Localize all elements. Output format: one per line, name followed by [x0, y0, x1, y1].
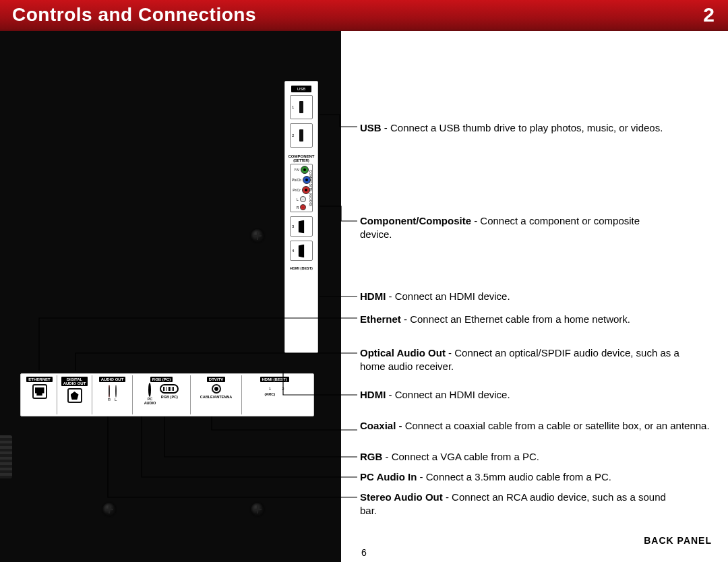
screw-icon — [251, 503, 264, 516]
rca-pb-icon — [303, 176, 311, 184]
audio-out-cell: AUDIO OUT R L — [92, 375, 133, 414]
page-number: 6 — [0, 547, 728, 558]
desc-usb: USB - Connect a USB thumb drive to play … — [360, 121, 663, 135]
desc-rgb: RGB - Connect a VGA cable from a PC. — [360, 450, 539, 464]
hdmi-port-3: 3 — [290, 216, 313, 237]
rca-l-icon — [115, 385, 117, 398]
hdmi-best-cell: HDMI (BEST) 1 (ARC) 2 — [242, 375, 307, 414]
component-section-sub: (BETTER) — [293, 158, 309, 162]
desc-coaxial: Coaxial - Connect a coaxial cable from a… — [360, 419, 710, 433]
hdmi-slot-icon — [299, 220, 305, 233]
usb-section-label: USB — [291, 86, 311, 92]
rca-r-icon — [109, 385, 110, 398]
dtv-tv-cell: DTV/TV CABLE/ANTENNA — [191, 375, 242, 414]
desc-hdmi-bottom: HDMI - Connect an HDMI device. — [360, 388, 510, 402]
digital-audio-out-cell: DIGITALAUDIO OUT — [57, 375, 92, 414]
chapter-number: 2 — [703, 3, 715, 26]
rgb-pc-cell: RGB (PC) PCAUDIO RGB (PC) — [133, 375, 191, 414]
hdmi-port-4: 4 — [290, 241, 313, 261]
ethernet-cell: ETHERNET — [22, 375, 57, 414]
desc-pcaudio: PC Audio In - Connect a 3.5mm audio cabl… — [360, 470, 611, 484]
rca-l-icon — [300, 196, 306, 202]
usb-slot-icon — [299, 101, 303, 113]
component-ports: COMPOSITE (GOOD) Y/V Pb/Cb Pr/Cr L R — [290, 164, 313, 212]
screw-icon — [102, 503, 116, 516]
screw-icon — [251, 229, 264, 243]
vent-fin-icon — [0, 435, 12, 478]
descriptions-column: USB - Connect a USB thumb drive to play … — [360, 31, 709, 562]
vga-port-icon — [160, 384, 179, 394]
usb-port-1: 1 — [290, 95, 313, 119]
desc-hdmi-side: HDMI - Connect an HDMI device. — [360, 290, 510, 303]
coax-port-icon — [212, 384, 221, 394]
rca-r-icon — [300, 204, 306, 210]
rca-pr-icon — [302, 186, 310, 194]
ethernet-port-icon — [32, 384, 47, 399]
back-panel-photo: USB 1 2 COMPONENT (BETTER) COMPOSITE (GO… — [0, 31, 341, 562]
bottom-port-strip: ETHERNET DIGITALAUDIO OUT AUDIO OUT R L … — [20, 373, 314, 416]
desc-optical: Optical Audio Out - Connect an optical/S… — [360, 346, 704, 374]
hdmi-best-side-label: HDMI (BEST) — [290, 266, 313, 270]
chapter-header: Controls and Connections 2 — [0, 0, 728, 31]
side-port-column: USB 1 2 COMPONENT (BETTER) COMPOSITE (GO… — [284, 81, 318, 353]
chapter-title: Controls and Connections — [12, 4, 256, 26]
desc-stereo: Stereo Audio Out - Connect an RCA audio … — [360, 491, 677, 518]
usb-slot-icon — [299, 129, 303, 142]
optical-port-icon — [67, 388, 82, 403]
desc-ethernet: Ethernet - Connect an Ethernet cable fro… — [360, 313, 643, 326]
rca-y-icon — [301, 166, 309, 174]
usb-port-2: 2 — [290, 123, 313, 148]
footer-panel-label: BACK PANEL — [644, 535, 712, 546]
desc-component: Component/Composite - Connect a componen… — [360, 214, 643, 242]
pc-audio-jack-icon — [148, 383, 151, 397]
hdmi-slot-icon — [299, 244, 305, 257]
